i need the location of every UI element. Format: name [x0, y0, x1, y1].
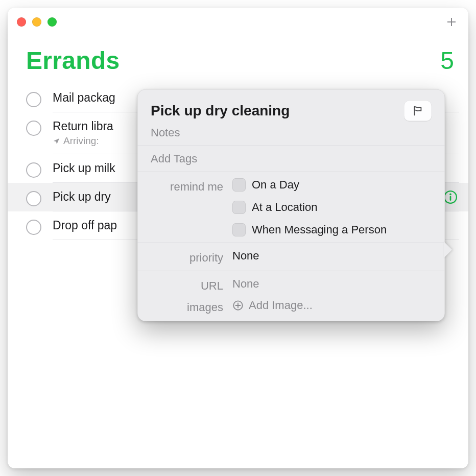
- list-count: 5: [440, 46, 454, 75]
- complete-toggle[interactable]: [26, 92, 41, 107]
- popover-title[interactable]: Pick up dry cleaning: [151, 103, 290, 119]
- remind-when-messaging-option[interactable]: When Messaging a Person: [232, 223, 432, 236]
- flag-button[interactable]: [404, 101, 432, 121]
- images-label: images: [151, 299, 223, 314]
- list-title: Errands: [26, 46, 120, 75]
- new-reminder-button[interactable]: [444, 14, 459, 30]
- zoom-window-button[interactable]: [47, 17, 57, 27]
- titlebar: [8, 8, 468, 36]
- minimize-window-button[interactable]: [32, 17, 41, 27]
- complete-toggle[interactable]: [26, 121, 41, 136]
- complete-toggle[interactable]: [26, 220, 41, 235]
- priority-value[interactable]: None: [232, 249, 432, 263]
- info-icon: [443, 190, 458, 204]
- complete-toggle[interactable]: [26, 162, 41, 178]
- notes-field[interactable]: Notes: [151, 126, 432, 139]
- location-arrow-icon: [53, 137, 60, 145]
- reminder-details-popover: Pick up dry cleaning Notes Add Tags remi…: [137, 89, 445, 321]
- window-controls: [17, 17, 57, 27]
- url-value[interactable]: None: [232, 277, 432, 291]
- checkbox[interactable]: [232, 201, 246, 214]
- add-image-button[interactable]: Add Image...: [232, 299, 432, 312]
- svg-rect-2: [450, 196, 451, 201]
- close-window-button[interactable]: [17, 17, 26, 27]
- priority-label: priority: [151, 249, 223, 265]
- checkbox[interactable]: [232, 178, 246, 192]
- tags-field[interactable]: Add Tags: [151, 152, 432, 165]
- remind-me-options: On a Day At a Location When Messaging a …: [232, 178, 432, 236]
- flag-icon: [412, 105, 423, 116]
- remind-me-label: remind me: [151, 178, 223, 194]
- complete-toggle[interactable]: [26, 191, 41, 206]
- checkbox[interactable]: [232, 223, 246, 236]
- url-label: URL: [151, 277, 223, 293]
- remind-on-day-option[interactable]: On a Day: [232, 178, 432, 192]
- remind-at-location-option[interactable]: At a Location: [232, 201, 432, 214]
- plus-circle-icon: [232, 300, 244, 311]
- svg-point-1: [449, 194, 451, 196]
- reminder-info-button[interactable]: [443, 189, 458, 205]
- plus-icon: [445, 16, 458, 28]
- list-header: Errands 5: [8, 36, 468, 84]
- reminders-window: Errands 5 Mail packag Return libra Arriv…: [8, 8, 468, 468]
